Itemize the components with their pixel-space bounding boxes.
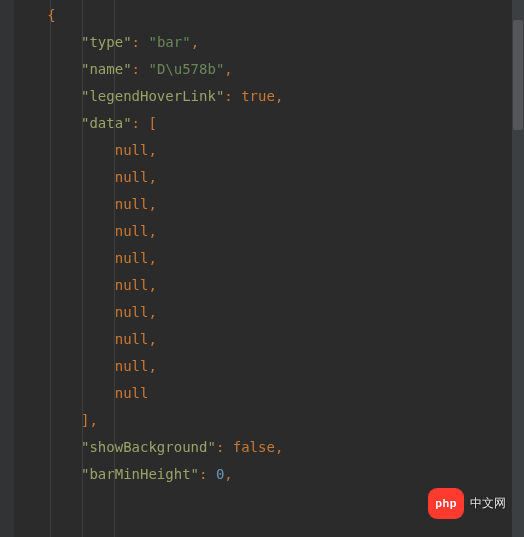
code-content[interactable]: { "type": "bar", "name": "D\u578b", "leg… xyxy=(14,0,524,488)
code-area[interactable]: { "type": "bar", "name": "D\u578b", "leg… xyxy=(14,0,524,537)
null-value: null xyxy=(115,223,149,239)
val-showbackground: false xyxy=(233,439,275,455)
key-showbackground: "showBackground" xyxy=(81,439,216,455)
bracket-open: [ xyxy=(148,115,156,131)
code-editor: { "type": "bar", "name": "D\u578b", "leg… xyxy=(0,0,524,537)
null-value: null xyxy=(115,304,149,320)
editor-gutter xyxy=(0,0,14,537)
key-legendhoverlink: "legendHoverLink" xyxy=(81,88,224,104)
brace-open: { xyxy=(47,7,55,23)
null-value: null xyxy=(115,250,149,266)
null-value: null xyxy=(115,142,149,158)
key-name: "name" xyxy=(81,61,132,77)
val-legendhoverlink: true xyxy=(241,88,275,104)
key-barminheight: "barMinHeight" xyxy=(81,466,199,482)
scrollbar-thumb[interactable] xyxy=(513,20,523,130)
null-value: null xyxy=(115,169,149,185)
val-name: "D\u578b" xyxy=(148,61,224,77)
null-value: null xyxy=(115,196,149,212)
null-value: null xyxy=(115,277,149,293)
null-value: null xyxy=(115,331,149,347)
val-type: "bar" xyxy=(148,34,190,50)
null-value: null xyxy=(115,358,149,374)
key-data: "data" xyxy=(81,115,132,131)
vertical-scrollbar[interactable] xyxy=(512,0,524,537)
null-value: null xyxy=(115,385,149,401)
key-type: "type" xyxy=(81,34,132,50)
